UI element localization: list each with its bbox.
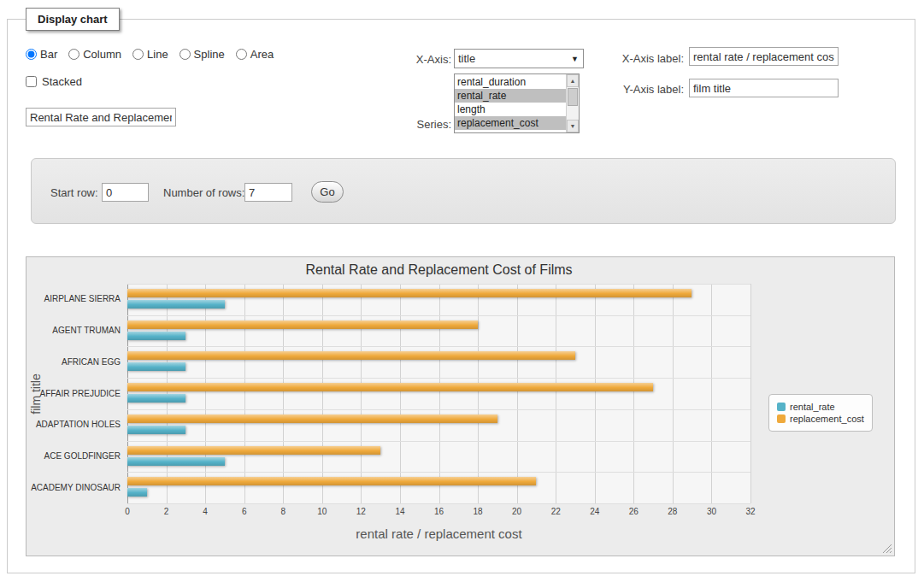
x-tick-label: 28 (668, 507, 677, 516)
number-of-rows-input[interactable] (244, 183, 292, 202)
x-tick-label: 30 (707, 507, 716, 516)
chart-type-option-area[interactable]: Area (236, 48, 274, 61)
category-label: AGENT TRUMAN (26, 326, 121, 335)
chart-panel: Rental Rate and Replacement Cost of Film… (26, 256, 895, 556)
radio-bar[interactable] (26, 49, 37, 60)
gridline-horizontal (127, 346, 750, 347)
x-tick-label: 22 (551, 507, 561, 516)
bar-replacement_cost (127, 477, 536, 485)
series-scrollbar[interactable]: ▲ ▼ (566, 74, 579, 132)
go-button[interactable]: Go (311, 181, 344, 203)
radio-label: Bar (40, 48, 57, 61)
gridline-vertical (517, 284, 518, 503)
legend-label: replacement_cost (790, 414, 864, 424)
gridline-horizontal (127, 284, 750, 285)
x-axis-label-field-label: X-Axis label: (598, 52, 684, 65)
chart-type-option-line[interactable]: Line (132, 48, 168, 61)
radio-area[interactable] (236, 49, 247, 60)
x-tick-label: 2 (164, 507, 169, 516)
x-axis-label-input[interactable] (689, 47, 839, 66)
category-label: AIRPLANE SIERRA (26, 294, 121, 303)
gridline-vertical (283, 284, 284, 503)
x-tick-label: 26 (629, 507, 639, 516)
x-axis-select[interactable]: title ▼ (454, 49, 584, 68)
scroll-thumb[interactable] (568, 88, 578, 106)
radio-label: Area (250, 48, 274, 61)
category-label: ADAPTATION HOLES (26, 420, 121, 429)
series-option-rental_rate[interactable]: rental_rate (455, 89, 566, 103)
series-listbox[interactable]: rental_durationrental_ratelengthreplacem… (454, 73, 580, 133)
chart-type-option-column[interactable]: Column (68, 48, 121, 61)
bar-rental_rate (127, 332, 185, 340)
series-option-length[interactable]: length (455, 103, 566, 116)
scroll-down-icon[interactable]: ▼ (567, 120, 579, 132)
x-tick-label: 6 (242, 507, 247, 516)
gridline-vertical (595, 284, 596, 503)
gridline-vertical (478, 284, 479, 503)
gridline-vertical (711, 284, 712, 503)
gridline-vertical (322, 284, 323, 503)
x-tick-label: 18 (474, 507, 483, 516)
start-row-input[interactable] (102, 183, 149, 202)
bar-replacement_cost (127, 446, 380, 455)
gridline-vertical (205, 284, 206, 503)
stacked-label: Stacked (42, 75, 82, 88)
series-option-replacement_cost[interactable]: replacement_cost (455, 116, 566, 130)
bar-replacement_cost (127, 320, 478, 329)
resize-handle-icon[interactable] (882, 544, 893, 555)
category-label: ACADEMY DINOSAUR (26, 483, 121, 492)
x-tick-label: 16 (434, 507, 444, 516)
display-chart-legend: Display chart (26, 8, 120, 31)
x-tick-label: 8 (280, 507, 285, 516)
x-axis-selected-value: title (458, 52, 475, 65)
gridline-vertical (244, 284, 245, 503)
radio-spline[interactable] (180, 49, 191, 60)
legend-item-rental_rate[interactable]: rental_rate (777, 402, 864, 412)
chart-type-option-spline[interactable]: Spline (180, 48, 225, 61)
y-axis-label-input[interactable] (689, 79, 839, 97)
number-of-rows-label: Number of rows: (163, 186, 244, 199)
gridline-vertical (361, 284, 362, 503)
stacked-checkbox-row[interactable]: Stacked (26, 75, 82, 88)
x-axis-title: rental rate / replacement cost (127, 526, 750, 541)
bar-replacement_cost (127, 383, 653, 391)
legend-item-replacement_cost[interactable]: replacement_cost (777, 414, 864, 424)
category-label: AFRICAN EGG (26, 357, 121, 367)
gridline-horizontal (127, 378, 750, 379)
bar-replacement_cost (127, 289, 692, 297)
bar-replacement_cost (127, 414, 497, 423)
gridline-vertical (673, 284, 674, 503)
x-tick-label: 32 (745, 507, 755, 516)
series-option-rental_duration[interactable]: rental_duration (455, 75, 566, 89)
category-label: ACE GOLDFINGER (26, 451, 121, 461)
legend-swatch (777, 403, 786, 411)
radio-label: Line (147, 48, 168, 61)
gridline-horizontal (127, 409, 750, 410)
radio-line[interactable] (132, 49, 144, 60)
x-tick-label: 0 (125, 507, 130, 516)
x-tick-label: 24 (590, 507, 599, 516)
bar-rental_rate (127, 488, 147, 497)
x-axis-select-label: X-Axis: (368, 53, 451, 66)
radio-label: Spline (194, 48, 225, 61)
x-tick-label: 12 (356, 507, 366, 516)
chart-title-input[interactable] (26, 108, 176, 126)
radio-column[interactable] (68, 49, 79, 60)
bar-rental_rate (127, 362, 185, 371)
bar-rental_rate (127, 394, 185, 403)
x-tick-label: 14 (395, 507, 404, 516)
scroll-up-icon[interactable]: ▲ (567, 74, 579, 87)
bar-replacement_cost (127, 351, 575, 360)
chart-type-option-bar[interactable]: Bar (26, 48, 57, 61)
gridline-vertical (750, 284, 751, 503)
chart-title: Rental Rate and Replacement Cost of Film… (127, 262, 750, 278)
row-controls-panel: Start row: Number of rows: Go (31, 158, 896, 224)
x-tick-label: 4 (203, 507, 208, 516)
start-row-label: Start row: (50, 186, 98, 199)
legend-swatch (777, 414, 786, 423)
stacked-checkbox[interactable] (26, 76, 37, 87)
series-options: rental_durationrental_ratelengthreplacem… (455, 75, 566, 130)
gridline-horizontal (127, 315, 750, 316)
series-select-label: Series: (368, 118, 451, 131)
gridline-horizontal (127, 441, 750, 442)
